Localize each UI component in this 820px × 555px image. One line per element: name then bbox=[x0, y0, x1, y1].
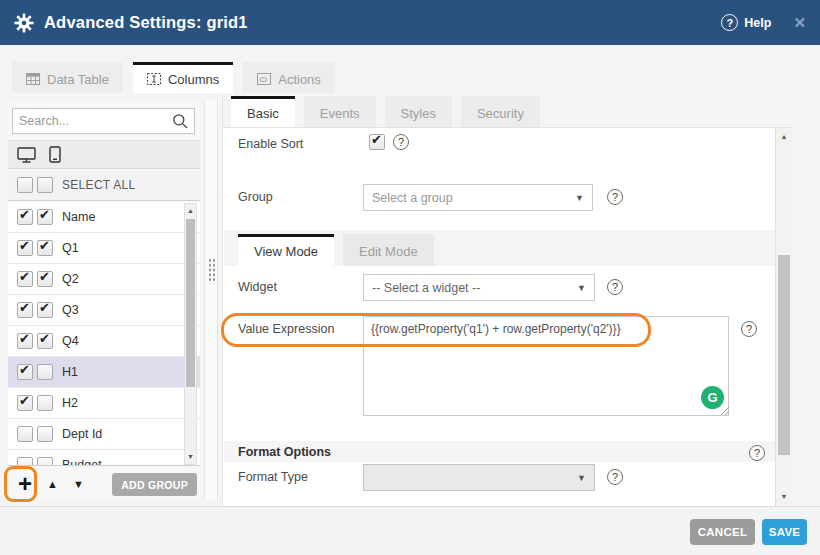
desktop-checkbox[interactable] bbox=[17, 209, 33, 225]
tab-label: Data Table bbox=[47, 72, 109, 87]
help-icon[interactable]: ? bbox=[721, 14, 738, 31]
column-row[interactable]: Q1 bbox=[8, 233, 200, 264]
mobile-checkbox[interactable] bbox=[37, 395, 53, 411]
tab-label: Styles bbox=[401, 106, 436, 121]
dialog-footer: CANCEL SAVE bbox=[0, 506, 820, 555]
desktop-checkbox[interactable] bbox=[17, 426, 33, 442]
desktop-checkbox[interactable] bbox=[17, 240, 33, 256]
scroll-down-icon[interactable]: ▼ bbox=[776, 492, 792, 502]
cancel-button[interactable]: CANCEL bbox=[690, 519, 755, 545]
column-row-label: Budget bbox=[62, 458, 102, 466]
enable-sort-help-icon[interactable]: ? bbox=[393, 134, 409, 150]
help-button[interactable]: Help bbox=[744, 16, 771, 30]
mobile-checkbox[interactable] bbox=[37, 271, 53, 287]
grammarly-icon[interactable]: G bbox=[701, 386, 724, 409]
scroll-down-icon[interactable]: ▼ bbox=[185, 452, 196, 462]
select-all-desktop-checkbox[interactable] bbox=[17, 177, 33, 193]
format-type-label: Format Type bbox=[238, 470, 308, 484]
mobile-checkbox[interactable] bbox=[37, 457, 53, 466]
column-row[interactable]: H1 bbox=[8, 357, 200, 388]
tab-basic[interactable]: Basic bbox=[231, 96, 295, 127]
tab-data-table[interactable]: Data Table bbox=[12, 62, 123, 93]
group-help-icon[interactable]: ? bbox=[607, 189, 623, 205]
column-row[interactable]: H2 bbox=[8, 388, 200, 419]
move-down-button[interactable]: ▼ bbox=[73, 478, 84, 490]
desktop-checkbox[interactable] bbox=[17, 333, 33, 349]
columns-sidebar: SELECT ALL NameQ1Q2Q3Q4H1H2Dept IdBudget… bbox=[8, 100, 200, 500]
value-expression-label: Value Expression bbox=[238, 322, 334, 336]
mobile-checkbox[interactable] bbox=[37, 426, 53, 442]
mobile-icon[interactable] bbox=[49, 146, 61, 163]
search-input[interactable] bbox=[19, 114, 172, 128]
tab-actions[interactable]: Actions bbox=[243, 62, 335, 93]
tab-label: Basic bbox=[247, 106, 279, 121]
column-row-label: Name bbox=[62, 210, 95, 224]
device-toggle-row bbox=[8, 140, 200, 169]
column-row-label: H1 bbox=[62, 365, 78, 379]
select-all-label: SELECT ALL bbox=[62, 178, 136, 192]
format-type-help-icon[interactable]: ? bbox=[607, 469, 623, 485]
search-icon[interactable] bbox=[172, 113, 188, 129]
widget-help-icon[interactable]: ? bbox=[607, 279, 623, 295]
tab-view-mode[interactable]: View Mode bbox=[238, 234, 334, 266]
actions-icon bbox=[257, 73, 271, 85]
format-type-select[interactable]: ▼ bbox=[363, 464, 595, 491]
add-column-button[interactable]: + bbox=[18, 471, 32, 497]
move-up-button[interactable]: ▲ bbox=[47, 478, 58, 490]
select-all-mobile-checkbox[interactable] bbox=[37, 177, 53, 193]
desktop-checkbox[interactable] bbox=[17, 395, 33, 411]
column-row-label: Q1 bbox=[62, 241, 79, 255]
desktop-checkbox[interactable] bbox=[17, 271, 33, 287]
scroll-up-icon[interactable]: ▲ bbox=[185, 206, 196, 216]
mode-tab-bar: View Mode Edit Mode bbox=[224, 230, 775, 266]
panel-splitter[interactable] bbox=[204, 100, 218, 500]
tab-styles[interactable]: Styles bbox=[385, 96, 452, 127]
tab-label: Edit Mode bbox=[359, 244, 418, 259]
mobile-checkbox[interactable] bbox=[37, 333, 53, 349]
mobile-checkbox[interactable] bbox=[37, 364, 53, 380]
value-expression-input[interactable]: {{row.getProperty('q1') + row.getPropert… bbox=[363, 316, 729, 416]
mobile-checkbox[interactable] bbox=[37, 302, 53, 318]
mobile-checkbox[interactable] bbox=[37, 240, 53, 256]
column-row[interactable]: Q4 bbox=[8, 326, 200, 357]
column-row[interactable]: Budget bbox=[8, 450, 200, 466]
group-label: Group bbox=[238, 190, 273, 204]
close-icon[interactable]: ✕ bbox=[793, 14, 806, 32]
group-select-value: Select a group bbox=[372, 191, 453, 205]
desktop-checkbox[interactable] bbox=[17, 457, 33, 466]
tab-label: Events bbox=[320, 106, 360, 121]
column-row-label: Q3 bbox=[62, 303, 79, 317]
column-row[interactable]: Dept Id bbox=[8, 419, 200, 450]
tab-security[interactable]: Security bbox=[461, 96, 540, 127]
desktop-icon[interactable] bbox=[17, 147, 36, 163]
value-expression-help-icon[interactable]: ? bbox=[741, 321, 757, 337]
column-row[interactable]: Name bbox=[8, 202, 200, 233]
column-toolbar: + ▲ ▼ ADD GROUP bbox=[8, 468, 200, 500]
tab-events[interactable]: Events bbox=[304, 96, 376, 127]
group-select[interactable]: Select a group ▼ bbox=[363, 184, 593, 211]
panel-scrollbar[interactable]: ▲ ▼ bbox=[775, 128, 792, 506]
tab-columns[interactable]: Columns bbox=[133, 62, 233, 93]
scroll-up-icon[interactable]: ▲ bbox=[776, 132, 792, 142]
column-row[interactable]: Q2 bbox=[8, 264, 200, 295]
tab-edit-mode[interactable]: Edit Mode bbox=[343, 234, 434, 266]
add-group-button[interactable]: ADD GROUP bbox=[112, 473, 197, 496]
list-scrollbar-thumb[interactable] bbox=[186, 219, 195, 387]
dialog-title: Advanced Settings: grid1 bbox=[44, 13, 248, 32]
desktop-checkbox[interactable] bbox=[17, 364, 33, 380]
save-button[interactable]: SAVE bbox=[762, 519, 807, 545]
splitter-grip-icon[interactable] bbox=[208, 258, 216, 282]
column-row-label: Q2 bbox=[62, 272, 79, 286]
mobile-checkbox[interactable] bbox=[37, 209, 53, 225]
format-options-help-icon[interactable]: ? bbox=[749, 445, 765, 461]
column-row[interactable]: Q3 bbox=[8, 295, 200, 326]
enable-sort-checkbox[interactable] bbox=[369, 134, 385, 150]
desktop-checkbox[interactable] bbox=[17, 302, 33, 318]
gear-icon bbox=[14, 13, 34, 33]
panel-scrollbar-thumb[interactable] bbox=[778, 255, 790, 455]
search-box bbox=[12, 108, 195, 134]
select-all-row[interactable]: SELECT ALL bbox=[8, 170, 200, 201]
widget-select[interactable]: -- Select a widget -- ▼ bbox=[363, 274, 595, 301]
list-scrollbar[interactable]: ▲ ▼ bbox=[184, 203, 197, 465]
column-list: NameQ1Q2Q3Q4H1H2Dept IdBudget bbox=[8, 202, 200, 466]
